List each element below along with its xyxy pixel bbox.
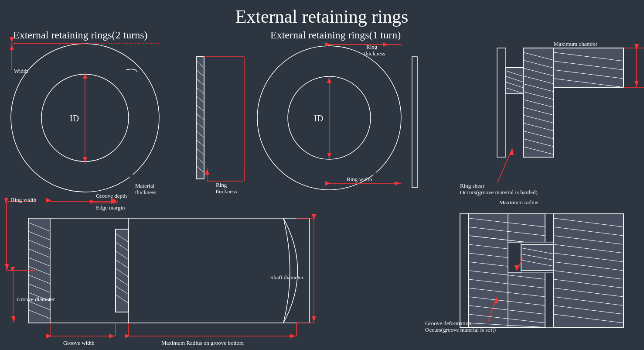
svg-marker-91 xyxy=(383,42,388,47)
svg-rect-46 xyxy=(116,229,129,312)
svg-marker-97 xyxy=(395,181,400,185)
svg-marker-80 xyxy=(290,334,295,338)
svg-rect-98 xyxy=(412,57,417,188)
svg-marker-74 xyxy=(46,334,51,338)
max-chamfer-label: Maximum chamfer xyxy=(554,41,598,47)
svg-rect-124 xyxy=(497,48,506,157)
svg-marker-30 xyxy=(205,169,209,175)
svg-marker-120 xyxy=(634,44,639,49)
id-label-right: ID xyxy=(314,113,323,123)
ring-width-right-label: Ring width xyxy=(347,176,372,182)
svg-marker-6 xyxy=(10,45,14,50)
svg-rect-171 xyxy=(554,214,624,327)
right-subtitle: External retaining rings(1 turn) xyxy=(270,29,401,41)
ring-shear-label2: Occurs(groove material is harded) xyxy=(460,189,538,196)
groove-diameter-label: Groove diameter xyxy=(17,296,55,302)
ring-thickness-label-left2: thickness xyxy=(216,188,237,195)
shaft-diameter-label: Shaft diameter xyxy=(270,274,304,281)
groove-width-label: Groove width xyxy=(63,340,95,346)
width-label: Width xyxy=(14,68,28,74)
svg-marker-85 xyxy=(312,316,316,322)
svg-rect-146 xyxy=(460,214,469,327)
ring-width-label: Ring width xyxy=(11,196,37,203)
material-thickness-label2: thickness xyxy=(135,189,156,196)
svg-marker-75 xyxy=(109,334,114,338)
svg-marker-123 xyxy=(509,148,514,155)
svg-rect-185 xyxy=(521,244,554,271)
max-radius-groove-label: Maximum Radius on groove bottom xyxy=(161,340,244,346)
ring-thickness-right-label2: thickness xyxy=(364,50,385,57)
svg-rect-190 xyxy=(521,242,554,244)
svg-marker-84 xyxy=(312,214,316,220)
svg-marker-121 xyxy=(634,81,639,86)
main-title: External retaining rings xyxy=(235,7,409,27)
svg-rect-191 xyxy=(521,271,554,273)
svg-marker-79 xyxy=(125,334,130,338)
material-thickness-label: Material xyxy=(135,182,154,189)
ring-shear-label: Ring shear xyxy=(460,182,485,189)
groove-deformation-label: Groove deformation xyxy=(425,320,471,326)
svg-rect-56 xyxy=(129,218,310,323)
groove-depth-label: Groove depth xyxy=(96,192,127,199)
left-subtitle: External retaining rings(2 turns) xyxy=(13,29,148,41)
max-radius-label: Maximum radius xyxy=(499,199,538,206)
edge-margin-label: Edge margin xyxy=(96,204,125,211)
ring-thickness-label-left: Ring xyxy=(216,182,227,188)
id-label-left: ID xyxy=(70,113,79,123)
ring-thickness-right-label: Ring xyxy=(366,44,378,50)
